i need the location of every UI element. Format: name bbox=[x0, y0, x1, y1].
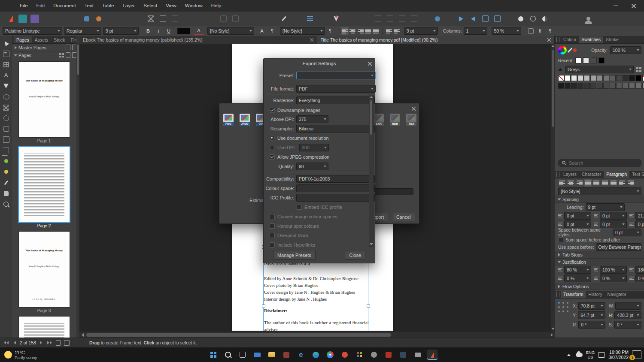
tab-text-styles[interactable]: Text Styles bbox=[629, 171, 644, 178]
file-explorer-icon[interactable] bbox=[267, 350, 277, 360]
jpeg-compression-checkbox[interactable] bbox=[270, 154, 275, 160]
text-colour-swatch[interactable] bbox=[177, 28, 190, 34]
persona-photo-icon[interactable] bbox=[30, 14, 39, 24]
grey-swatch[interactable] bbox=[610, 75, 616, 81]
settings-scrollbar[interactable] bbox=[369, 95, 374, 247]
grey-swatch[interactable] bbox=[571, 83, 577, 89]
manage-presets-button[interactable]: Manage Presets bbox=[273, 251, 316, 259]
close-tab-icon[interactable] bbox=[310, 38, 313, 42]
right-indent-input[interactable]: 0 pt bbox=[564, 220, 591, 228]
tab-stroke[interactable]: Stroke bbox=[603, 36, 621, 43]
eyedropper-tool-icon[interactable] bbox=[279, 14, 289, 24]
close-settings-button[interactable] bbox=[368, 61, 372, 66]
grey-swatch[interactable] bbox=[603, 83, 609, 89]
resampler-select[interactable]: Bilinear bbox=[296, 125, 375, 133]
y-input[interactable]: 64.7 pt bbox=[578, 311, 605, 319]
tab-colour[interactable]: Colour bbox=[561, 36, 579, 43]
flip-vertical-icon[interactable] bbox=[468, 14, 478, 24]
swatch-view-icon[interactable] bbox=[636, 67, 641, 72]
max-word-spacing-input[interactable]: 180 % bbox=[635, 266, 644, 274]
anchor-point-selector[interactable] bbox=[558, 302, 568, 312]
tab-character[interactable]: Character bbox=[579, 171, 604, 178]
master-pages-row[interactable]: Master Pages bbox=[12, 44, 79, 51]
colour-space-select[interactable] bbox=[296, 184, 375, 192]
menu-layer[interactable]: Layer bbox=[118, 0, 139, 12]
hand-tool-icon[interactable] bbox=[1, 188, 11, 199]
fill-none-icon[interactable] bbox=[528, 14, 538, 24]
align-more-select[interactable] bbox=[372, 27, 380, 35]
tab-navigator[interactable]: Navigator bbox=[605, 291, 629, 298]
view-mode-icon[interactable] bbox=[59, 53, 64, 57]
guides-icon[interactable] bbox=[305, 14, 315, 24]
panel-grip-icon[interactable] bbox=[556, 172, 559, 177]
account-icon[interactable] bbox=[583, 14, 593, 24]
highlight-colour-icon[interactable]: A bbox=[194, 27, 204, 35]
close-button[interactable]: Close bbox=[345, 251, 365, 259]
paintbrush-icon[interactable] bbox=[94, 14, 103, 24]
min-letter-spacing-input[interactable]: 0 % bbox=[564, 275, 591, 282]
first-line-indent-input[interactable]: 0 pt bbox=[600, 220, 627, 228]
menu-table[interactable]: Table bbox=[98, 0, 118, 12]
italic-button[interactable]: I bbox=[153, 27, 164, 34]
ellipse-tool-icon[interactable] bbox=[1, 113, 11, 124]
cancel-button[interactable]: Cancel bbox=[392, 213, 415, 221]
snapping-icon[interactable] bbox=[433, 14, 442, 24]
grey-swatch[interactable] bbox=[597, 75, 603, 81]
no-fill-swatch[interactable] bbox=[642, 75, 644, 81]
icc-profile-select[interactable] bbox=[296, 194, 375, 202]
bullet-list-button[interactable] bbox=[385, 27, 393, 35]
page-4-thumbnail[interactable] bbox=[19, 317, 70, 338]
colour-sampler-yellow-icon[interactable] bbox=[1, 166, 11, 177]
grey-swatch[interactable] bbox=[597, 83, 603, 89]
underline-button[interactable]: U bbox=[164, 27, 174, 34]
recent-swatch[interactable] bbox=[575, 57, 581, 63]
grey-swatch[interactable] bbox=[577, 83, 583, 89]
para-justify-center-button[interactable] bbox=[592, 179, 600, 187]
scroll-up-icon[interactable] bbox=[370, 96, 373, 98]
search-input[interactable] bbox=[568, 160, 638, 166]
grey-swatch[interactable] bbox=[590, 83, 596, 89]
tab-stock[interactable]: Stock bbox=[51, 36, 67, 43]
hscroll-thumb[interactable] bbox=[86, 333, 391, 337]
bold-button[interactable]: B bbox=[143, 27, 153, 34]
para-align-center-button[interactable] bbox=[567, 179, 574, 187]
scroll-right-icon[interactable] bbox=[549, 332, 555, 338]
eyedropper-icon[interactable] bbox=[1, 177, 11, 188]
add-page-icon[interactable] bbox=[66, 52, 70, 58]
search-button[interactable] bbox=[223, 350, 233, 360]
columns-input[interactable]: 1 bbox=[464, 27, 487, 35]
previous-page-button[interactable] bbox=[11, 339, 18, 346]
expand-icon[interactable] bbox=[14, 54, 18, 56]
numbered-list-button[interactable] bbox=[393, 27, 401, 35]
grey-swatch[interactable] bbox=[590, 75, 596, 81]
page-3-thumbnail[interactable]: The Basics of Managing Money Keep It Sim… bbox=[19, 232, 70, 307]
start-button[interactable] bbox=[208, 350, 219, 360]
scroll-left-icon[interactable] bbox=[79, 332, 85, 338]
page-view-icon[interactable] bbox=[64, 339, 70, 346]
para-justify-all-button[interactable] bbox=[610, 179, 617, 187]
document-canvas[interactable]: ISBN: 978-0-6488978-4-2 Edited by Anne S… bbox=[79, 44, 555, 331]
font-family-select[interactable]: Palatino Linotype bbox=[3, 27, 62, 35]
frame-handle[interactable] bbox=[367, 305, 370, 308]
font-style-select[interactable]: Regular bbox=[64, 27, 101, 35]
menu-help[interactable]: Help bbox=[207, 0, 226, 12]
no-fill-swatch[interactable] bbox=[558, 75, 564, 81]
frame-options-icon[interactable] bbox=[527, 27, 535, 35]
grey-swatch[interactable] bbox=[616, 75, 622, 81]
show-special-characters-icon[interactable]: ¶ bbox=[267, 27, 277, 34]
onedrive-cloud-icon[interactable] bbox=[576, 351, 583, 358]
close-dialog-button[interactable] bbox=[412, 106, 416, 112]
camera-app-icon[interactable] bbox=[413, 350, 423, 360]
store-app-icon[interactable] bbox=[281, 350, 292, 360]
first-page-button[interactable] bbox=[3, 339, 9, 346]
tab-pages[interactable]: Pages bbox=[14, 36, 32, 43]
rotate-ccw-icon[interactable] bbox=[480, 14, 490, 24]
desired-word-spacing-input[interactable]: 100 % bbox=[600, 266, 627, 274]
shear-input[interactable]: 0 ° bbox=[614, 321, 641, 329]
grey-swatch[interactable] bbox=[629, 75, 635, 81]
grey-swatch[interactable] bbox=[603, 75, 609, 81]
node-tool-icon[interactable] bbox=[1, 91, 11, 102]
pen-pressure-icon[interactable] bbox=[331, 14, 341, 24]
use-dpi-radio[interactable] bbox=[270, 145, 275, 150]
table-tool-icon[interactable] bbox=[1, 59, 11, 70]
